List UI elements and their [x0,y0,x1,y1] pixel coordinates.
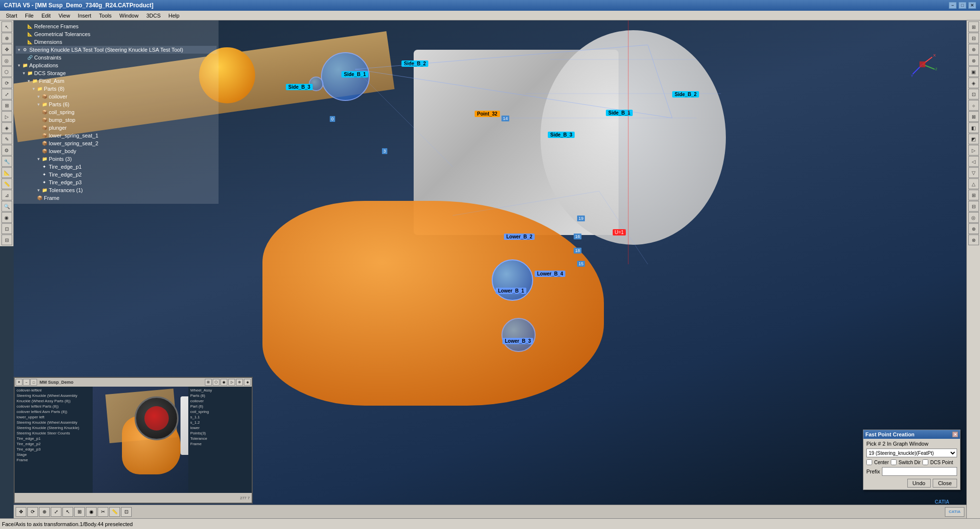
right-btn-13[interactable]: ◁ [968,156,979,167]
vp-btn-snap[interactable]: ⊡ [121,507,132,517]
mini-tree-item-3[interactable]: coilover leftknl Parts (8)) [16,404,92,409]
tree-item-0[interactable]: 📐 Reference Frames [16,22,217,30]
tree-item-steering-knuckle[interactable]: ▼ ⚙ Steering Knuckle LSA Test Tool (Stee… [16,46,217,54]
expand-7[interactable]: ▼ [26,78,31,83]
expand-10[interactable]: ▼ [36,102,41,107]
toolbar-btn-5[interactable]: ⬡ [1,66,12,77]
fpc-undo-button[interactable]: Undo [907,479,931,488]
menu-3dcs[interactable]: 3DCS [142,12,164,20]
right-btn-16[interactable]: ⊞ [968,190,979,200]
menu-edit[interactable]: Edit [38,12,55,20]
mini-rtree-0[interactable]: Wheel_Assy [189,388,251,393]
mini-rtree-5[interactable]: s_1.1 [189,414,251,420]
mini-tree-item-6[interactable]: Steering Knuckle (Wheel Assembly [16,420,92,425]
fpc-close-btn[interactable]: Close [933,479,957,488]
mini-tree-item-7[interactable]: Steering Knuckle (Steering Knuckle) [16,425,92,431]
toolbar-btn-11[interactable]: ✎ [1,134,12,144]
right-btn-19[interactable]: ⊕ [968,223,979,234]
toolbar-btn-3[interactable]: ✥ [1,44,12,55]
expand-17[interactable]: ▼ [36,157,41,161]
tree-item-bump-stop[interactable]: 📦 bump_stop [16,116,217,124]
tree-item-constraints[interactable]: 🔗 Constraints [16,54,217,61]
tree-item-frame[interactable]: 📦 Frame [16,194,217,202]
right-btn-2[interactable]: ⊟ [968,33,979,43]
toolbar-btn-10[interactable]: ◈ [1,122,12,133]
toolbar-btn-12[interactable]: ⚙ [1,145,12,156]
mini-tree-item-12[interactable]: Stage [16,452,92,457]
mini-viewport[interactable]: ✕ − □ MM Susp_Demo ⊞ ⬡ ◉ ▷ ⊕ ◈ coilover-… [14,377,253,504]
mini-tree-item-9[interactable]: Tire_edge_p1 [16,436,92,441]
menu-tools[interactable]: Tools [95,12,116,20]
right-btn-9[interactable]: ⊠ [968,111,979,122]
mini-tool-2[interactable]: ⬡ [213,379,220,386]
right-btn-17[interactable]: ⊟ [968,201,979,212]
mini-rtree-8[interactable]: Points(3) [189,431,251,436]
vp-btn-catia[interactable]: CATIA [945,507,964,517]
mini-max[interactable]: □ [30,379,37,386]
vp-btn-rotate[interactable]: ⟳ [27,507,38,517]
mini-rtree-10[interactable]: Frame [189,441,251,447]
right-btn-4[interactable]: ⊗ [968,55,979,66]
mini-tool-1[interactable]: ⊞ [205,379,212,386]
tree-item-plunger[interactable]: 📦 plunger [16,124,217,132]
right-btn-1[interactable]: ⊞ [968,21,979,32]
mini-rtree-4[interactable]: coil_spring [189,409,251,414]
menu-help[interactable]: Help [164,12,183,20]
vp-btn-move[interactable]: ✥ [16,507,26,517]
vp-btn-select[interactable]: ↖ [62,507,73,517]
toolbar-btn-8[interactable]: ⊞ [1,100,12,111]
toolbar-btn-4[interactable]: ◎ [1,55,12,66]
mini-min[interactable]: − [23,379,30,386]
mini-tool-3[interactable]: ◉ [220,379,227,386]
mini-tree-item-2[interactable]: Knuckle (Wheel Assy Parts (8)) [16,398,92,404]
menu-window[interactable]: Window [116,12,142,20]
toolbar-btn-2[interactable]: ⊕ [1,33,12,43]
right-btn-14[interactable]: ▽ [968,167,979,178]
toolbar-btn-7[interactable]: ⤢ [1,89,12,99]
mini-3d-view[interactable] [93,387,188,493]
mini-rtree-3[interactable]: Part (6) [189,404,251,409]
tree-item-tire-p1[interactable]: ✦ Tire_edge_p1 [16,163,217,171]
menu-file[interactable]: File [21,12,38,20]
fpc-dcspt-checkbox[interactable] [922,459,928,465]
expand-5[interactable]: ▼ [17,63,21,68]
fast-point-creation-dialog[interactable]: Fast Point Creation ✕ Pick # 2 In Graph … [863,430,960,490]
vp-btn-measure[interactable]: 📏 [109,507,120,517]
tree-item-points3[interactable]: ▼ 📁 Points (3) [16,155,217,163]
toolbar-btn-15[interactable]: 📏 [1,178,12,189]
tree-item-tire-p2[interactable]: ✦ Tire_edge_p2 [16,171,217,178]
mini-tool-5[interactable]: ⊕ [236,379,243,386]
mini-tool-6[interactable]: ◈ [244,379,251,386]
tree-item-2[interactable]: 📐 Dimensions [16,38,217,46]
tree-item-final-asm[interactable]: ▼ 📁 Final_Asm [16,77,217,85]
expand-21[interactable]: ▼ [36,188,41,193]
right-btn-6[interactable]: ◈ [968,78,979,88]
mini-tree-item-11[interactable]: Tire_edge_p3 [16,447,92,452]
vp-btn-cut[interactable]: ✂ [98,507,108,517]
tree-item-applications[interactable]: ▼ 📁 Applications [16,61,217,69]
toolbar-btn-1[interactable]: ↖ [1,21,12,32]
vp-btn-zoom[interactable]: ⊕ [39,507,50,517]
right-btn-10[interactable]: ◧ [968,122,979,133]
vp-btn-fit[interactable]: ⤢ [51,507,61,517]
right-btn-20[interactable]: ⊗ [968,235,979,245]
toolbar-btn-13[interactable]: 🔧 [1,156,12,167]
tree-item-parts6[interactable]: ▼ 📁 Parts (6) [16,100,217,108]
mini-tree-item-1[interactable]: Steering Knuckle (Wheel Assembly [16,393,92,398]
expand-8[interactable]: ▼ [31,86,36,91]
fpc-prefix-input[interactable] [882,467,957,476]
toolbar-btn-16[interactable]: ⊿ [1,190,12,200]
mini-tree-item-0[interactable]: coilover-leftknl [16,388,92,393]
right-btn-7[interactable]: ⊡ [968,89,979,99]
expand-9[interactable]: ▼ [36,94,41,99]
tree-item-lower-spring-seat-1[interactable]: 📦 lower_spring_seat_1 [16,132,217,139]
toolbar-btn-17[interactable]: 🔍 [1,201,12,212]
tree-item-lower-spring-seat-2[interactable]: 📦 lower_spring_seat_2 [16,139,217,147]
right-btn-11[interactable]: ◩ [968,134,979,144]
tree-item-coilover[interactable]: ▼ 📦 coilover [16,93,217,100]
tree-item-tire-p3[interactable]: ✦ Tire_edge_p3 [16,178,217,186]
right-btn-5[interactable]: ▣ [968,66,979,77]
mini-tool-4[interactable]: ▷ [228,379,235,386]
toolbar-btn-9[interactable]: ▷ [1,111,12,122]
maximize-button[interactable]: □ [959,2,966,9]
